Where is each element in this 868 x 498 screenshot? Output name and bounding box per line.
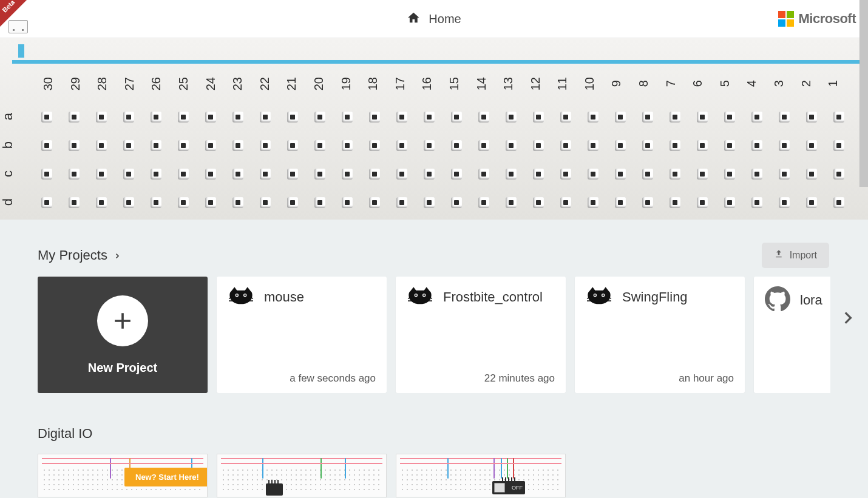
microsoft-label: Microsoft [799, 11, 856, 27]
code-cat-icon [228, 286, 254, 308]
hero-row-label: a [0, 113, 24, 120]
project-card-title: lora [800, 292, 822, 308]
digital-io-heading[interactable]: Digital IO [38, 426, 830, 442]
hero-column-number: 17 [393, 77, 421, 90]
digital-io-card[interactable]: OFF [396, 454, 566, 497]
svg-point-11 [602, 294, 604, 296]
hero-column-numbers: 3029282726252423222120191817161514131211… [41, 77, 868, 90]
hero-column-number: 23 [231, 77, 258, 90]
hero-column-number: 27 [123, 77, 150, 90]
hero-rows: abcd [0, 103, 868, 220]
hero-column-number: 4 [745, 77, 772, 90]
hero-column-number: 16 [420, 77, 447, 90]
microsoft-logo[interactable]: Microsoft [778, 11, 856, 27]
home-icon [407, 11, 420, 27]
digital-io-card[interactable] [217, 454, 387, 497]
project-card-title: SwingFling [622, 289, 688, 305]
hero-column-number: 2 [799, 77, 827, 90]
my-projects-section: Import My Projects New Project mousea fe… [38, 247, 830, 393]
beta-badge-label: Beta [1, 0, 16, 14]
home-label: Home [429, 12, 461, 26]
hero-row: b [0, 131, 868, 160]
beta-badge: Beta [0, 0, 27, 27]
hero-row-label: c [0, 170, 24, 177]
hero-column-number: 25 [177, 77, 204, 90]
svg-point-6 [415, 294, 417, 296]
digital-io-card[interactable]: New? Start Here! [38, 454, 208, 497]
svg-point-7 [423, 294, 425, 296]
project-card-title: mouse [264, 289, 304, 305]
project-card-title: Frostbite_control [443, 289, 543, 305]
project-card-row: New Project mousea few seconds agoFrostb… [38, 277, 830, 393]
main-content: Import My Projects New Project mousea fe… [0, 220, 868, 498]
plus-icon [97, 295, 148, 346]
hero-column-number: 11 [555, 77, 583, 90]
digital-io-title: Digital IO [38, 426, 92, 442]
import-label: Import [790, 250, 817, 261]
start-here-label: New? Start Here! [135, 473, 199, 482]
hero-column-number: 5 [718, 77, 745, 90]
hero-row-label: b [0, 141, 24, 149]
project-card-time: an hour ago [679, 372, 734, 385]
hero-row: a [0, 103, 868, 131]
hero-column-number: 7 [664, 77, 691, 90]
hero-column-number: 24 [204, 77, 231, 90]
start-here-badge: New? Start Here! [124, 468, 208, 486]
chevron-right-icon [114, 247, 121, 263]
chip-icon [266, 483, 283, 496]
header-bar: Beta Home Microsoft [0, 0, 868, 38]
hero-column-number: 14 [475, 77, 502, 90]
project-card[interactable]: Frostbite_control22 minutes ago [396, 277, 566, 393]
hero-column-number: 19 [339, 77, 367, 90]
svg-point-10 [594, 294, 596, 296]
svg-point-3 [244, 294, 246, 296]
project-card[interactable]: mousea few seconds ago [217, 277, 387, 393]
my-projects-title: My Projects [38, 247, 107, 263]
hero-column-number: 29 [69, 77, 96, 90]
project-card[interactable]: lora19 [754, 277, 830, 393]
hero-column-number: 9 [609, 77, 637, 90]
hero-column-number: 18 [366, 77, 393, 90]
hero-column-number: 13 [501, 77, 529, 90]
switch-off-label: OFF [512, 485, 523, 491]
hero-column-number: 20 [312, 77, 339, 90]
hero-column-number: 15 [447, 77, 475, 90]
github-icon [765, 286, 790, 314]
hero-row: d [0, 188, 868, 217]
project-card[interactable]: SwingFlingan hour ago [575, 277, 745, 393]
svg-point-2 [236, 294, 238, 296]
project-card-time: 22 minutes ago [484, 372, 555, 385]
hero-row: c [0, 160, 868, 188]
scrollbar[interactable] [860, 0, 868, 187]
hero-row-label: d [0, 198, 24, 206]
import-button[interactable]: Import [762, 243, 829, 268]
home-nav[interactable]: Home [407, 11, 461, 27]
hero-column-number: 22 [258, 77, 285, 90]
hero-column-number: 8 [637, 77, 664, 90]
hero-column-number: 21 [285, 77, 312, 90]
hero-column-number: 3 [772, 77, 799, 90]
new-project-label: New Project [88, 361, 157, 375]
hero-banner: 3029282726252423222120191817161514131211… [0, 38, 868, 220]
digital-io-card-row: New? Start Here! OFF [38, 454, 830, 497]
hero-column-number: 30 [41, 77, 69, 90]
upload-icon [774, 249, 784, 261]
hero-column-number: 6 [691, 77, 718, 90]
microsoft-icon [778, 11, 794, 27]
hero-column-number: 12 [529, 77, 556, 90]
hero-column-number: 28 [95, 77, 123, 90]
code-cat-icon [407, 286, 433, 308]
switch-icon: OFF [492, 481, 525, 494]
hero-column-number: 10 [583, 77, 610, 90]
scroll-right-button[interactable] [835, 306, 860, 330]
project-card-time: a few seconds ago [290, 372, 376, 385]
hero-column-number: 1 [826, 77, 853, 90]
my-projects-heading[interactable]: My Projects [38, 247, 830, 263]
code-cat-icon [586, 286, 612, 308]
new-project-card[interactable]: New Project [38, 277, 208, 393]
hero-column-number: 26 [149, 77, 177, 90]
